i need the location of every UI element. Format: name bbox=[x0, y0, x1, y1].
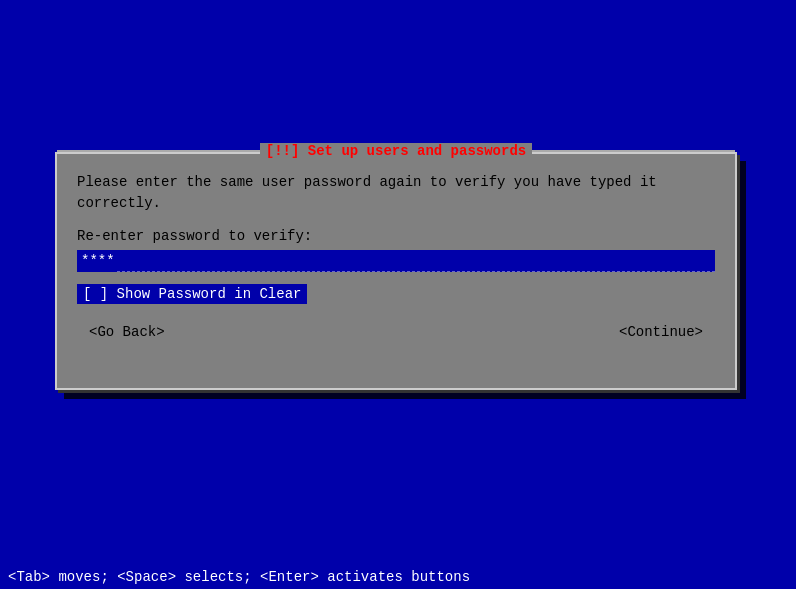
dialog-body: Please enter the same user password agai… bbox=[57, 154, 735, 358]
password-stars: **** bbox=[77, 251, 117, 271]
show-password-checkbox[interactable]: [ ] Show Password in Clear bbox=[77, 284, 307, 304]
show-password-checkbox-row[interactable]: [ ] Show Password in Clear bbox=[77, 284, 715, 304]
dialog-title: [!!] Set up users and passwords bbox=[260, 143, 532, 159]
buttons-row: <Go Back> <Continue> bbox=[77, 322, 715, 342]
status-bar: <Tab> moves; <Space> selects; <Enter> ac… bbox=[0, 565, 796, 589]
password-input-row: **** bbox=[77, 250, 715, 272]
password-input[interactable] bbox=[117, 250, 715, 272]
title-line-right bbox=[532, 150, 735, 152]
title-bar: [!!] Set up users and passwords bbox=[57, 143, 735, 159]
password-label: Re-enter password to verify: bbox=[77, 228, 715, 244]
dialog-message: Please enter the same user password agai… bbox=[77, 172, 715, 214]
go-back-button[interactable]: <Go Back> bbox=[81, 322, 173, 342]
title-line-left bbox=[57, 150, 260, 152]
continue-button[interactable]: <Continue> bbox=[611, 322, 711, 342]
